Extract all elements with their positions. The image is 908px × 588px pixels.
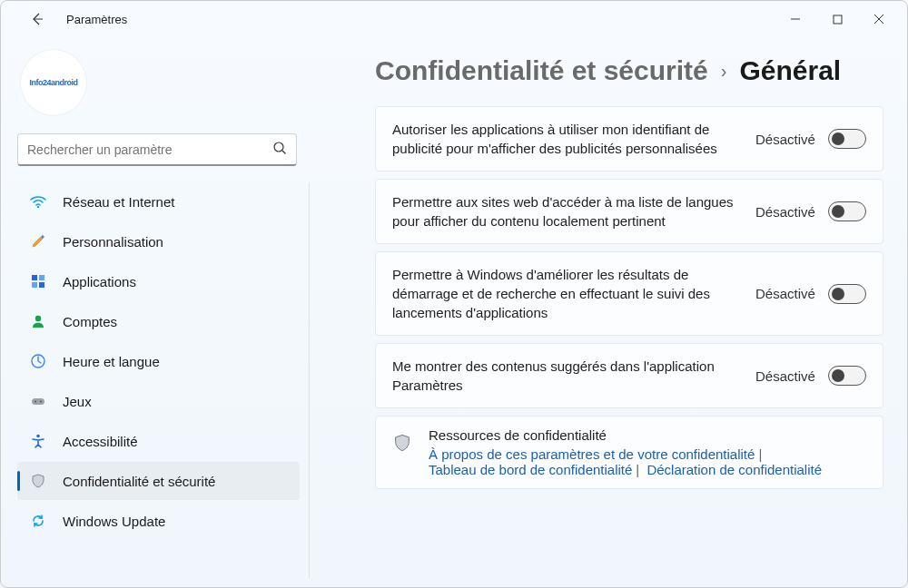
toggle-language-list[interactable] bbox=[828, 201, 866, 221]
apps-icon bbox=[28, 273, 48, 289]
setting-app-launch-tracking: Permettre à Windows d'améliorer les résu… bbox=[375, 251, 883, 336]
settings-window: Paramètres Info24android bbox=[0, 0, 908, 588]
sidebar-item-accessibility[interactable]: Accessibilité bbox=[17, 422, 300, 460]
setting-state: Désactivé bbox=[755, 204, 815, 220]
setting-label: Me montrer des contenus suggérés dans l'… bbox=[392, 357, 755, 395]
avatar-logo: Info24android bbox=[29, 78, 77, 87]
sidebar-item-personalization[interactable]: Personnalisation bbox=[17, 222, 300, 260]
accessibility-icon bbox=[28, 433, 48, 449]
chevron-right-icon: › bbox=[721, 61, 727, 82]
toggle-suggested-content[interactable] bbox=[828, 366, 866, 386]
update-icon bbox=[28, 513, 48, 529]
avatar[interactable]: Info24android bbox=[21, 50, 86, 115]
resources-title: Ressources de confidentialité bbox=[429, 427, 822, 443]
breadcrumb-current: Général bbox=[739, 55, 841, 86]
sidebar-item-label: Confidentialité et sécurité bbox=[63, 474, 215, 489]
sidebar-item-gaming[interactable]: Jeux bbox=[17, 382, 300, 420]
svg-point-1 bbox=[274, 142, 283, 152]
search-input[interactable] bbox=[27, 142, 272, 157]
sidebar-item-time-language[interactable]: Heure et langue bbox=[17, 342, 300, 380]
sidebar-item-apps[interactable]: Applications bbox=[17, 262, 300, 300]
brush-icon bbox=[28, 233, 48, 250]
svg-rect-5 bbox=[32, 282, 37, 288]
setting-label: Autoriser les applications à utiliser mo… bbox=[392, 120, 755, 158]
minimize-button[interactable] bbox=[775, 5, 816, 34]
nav-list: Réseau et Internet Personnalisation Appl… bbox=[17, 182, 310, 578]
svg-point-10 bbox=[35, 401, 36, 403]
close-icon bbox=[873, 14, 884, 24]
sidebar-item-label: Windows Update bbox=[63, 514, 165, 529]
svg-rect-0 bbox=[834, 15, 842, 24]
window-title: Paramètres bbox=[66, 13, 127, 26]
shield-icon bbox=[392, 433, 412, 456]
sidebar-item-accounts[interactable]: Comptes bbox=[17, 302, 300, 340]
setting-advertising-id: Autoriser les applications à utiliser mo… bbox=[375, 106, 883, 172]
link-about-privacy[interactable]: À propos de ces paramètres et de votre c… bbox=[429, 446, 755, 462]
maximize-icon bbox=[833, 15, 843, 24]
shield-icon bbox=[28, 473, 48, 489]
setting-label: Permettre aux sites web d'accéder à ma l… bbox=[392, 192, 755, 230]
close-button[interactable] bbox=[858, 5, 900, 34]
link-privacy-dashboard[interactable]: Tableau de bord de confidentialité bbox=[429, 462, 632, 477]
setting-label: Permettre à Windows d'améliorer les résu… bbox=[392, 265, 755, 322]
sidebar-item-label: Comptes bbox=[63, 314, 117, 329]
breadcrumb-parent[interactable]: Confidentialité et sécurité bbox=[375, 55, 708, 86]
sidebar: Info24android Réseau et Internet Personn… bbox=[1, 37, 310, 587]
svg-rect-9 bbox=[32, 398, 44, 405]
back-arrow-icon bbox=[30, 12, 44, 26]
sidebar-item-network[interactable]: Réseau et Internet bbox=[17, 182, 300, 220]
svg-point-11 bbox=[40, 401, 42, 403]
sidebar-item-label: Heure et langue bbox=[63, 354, 160, 369]
titlebar: Paramètres bbox=[1, 1, 907, 37]
sidebar-item-windows-update[interactable]: Windows Update bbox=[17, 502, 300, 540]
sidebar-item-label: Personnalisation bbox=[63, 234, 163, 250]
resources-links: À propos de ces paramètres et de votre c… bbox=[429, 446, 822, 477]
sidebar-item-privacy-security[interactable]: Confidentialité et sécurité bbox=[17, 462, 300, 500]
setting-state: Désactivé bbox=[755, 286, 815, 301]
setting-state: Désactivé bbox=[755, 132, 815, 147]
setting-state: Désactivé bbox=[755, 368, 815, 384]
wifi-icon bbox=[28, 193, 48, 210]
svg-point-2 bbox=[37, 206, 39, 208]
sidebar-item-label: Jeux bbox=[63, 394, 92, 409]
svg-point-12 bbox=[36, 435, 40, 438]
setting-language-list: Permettre aux sites web d'accéder à ma l… bbox=[375, 179, 883, 244]
svg-rect-4 bbox=[39, 275, 44, 280]
sidebar-item-label: Accessibilité bbox=[63, 434, 138, 449]
toggle-app-launch-tracking[interactable] bbox=[828, 284, 866, 304]
back-button[interactable] bbox=[23, 5, 52, 34]
clock-globe-icon bbox=[28, 353, 48, 369]
search-box[interactable] bbox=[17, 133, 297, 166]
svg-rect-6 bbox=[39, 282, 44, 288]
setting-suggested-content: Me montrer des contenus suggérés dans l'… bbox=[375, 343, 883, 408]
svg-point-7 bbox=[35, 316, 41, 321]
minimize-icon bbox=[790, 14, 801, 24]
svg-rect-3 bbox=[32, 275, 37, 280]
maximize-button[interactable] bbox=[816, 5, 858, 34]
search-icon bbox=[272, 141, 287, 158]
link-privacy-statement[interactable]: Déclaration de confidentialité bbox=[646, 462, 822, 477]
toggle-advertising-id[interactable] bbox=[828, 129, 866, 149]
content-area: Confidentialité et sécurité › Général Au… bbox=[310, 37, 907, 587]
person-icon bbox=[28, 313, 48, 329]
breadcrumb: Confidentialité et sécurité › Général bbox=[375, 55, 883, 86]
sidebar-item-label: Applications bbox=[63, 274, 136, 289]
sidebar-item-label: Réseau et Internet bbox=[63, 194, 174, 210]
privacy-resources-card: Ressources de confidentialité À propos d… bbox=[375, 416, 883, 489]
gamepad-icon bbox=[28, 393, 48, 409]
